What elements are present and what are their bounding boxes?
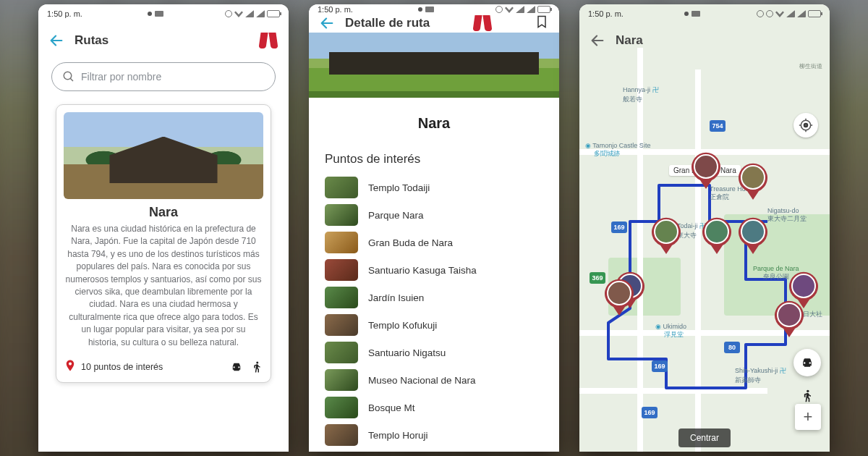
- map-photo-pin[interactable]: [650, 216, 683, 254]
- card-footer: 10 puntos de interés: [64, 359, 263, 375]
- poi-thumbnail: [325, 342, 358, 363]
- car-mode-button[interactable]: [793, 349, 821, 376]
- map-photo-pin[interactable]: [773, 300, 806, 337]
- alarm-icon: [225, 10, 232, 17]
- poi-thumbnail: [325, 259, 358, 281]
- status-bar: 1:50 p. m.: [579, 4, 830, 23]
- poi-item[interactable]: Templo Todaiji: [325, 177, 543, 198]
- status-left-icons: [684, 11, 700, 17]
- map-photo-pin[interactable]: [736, 162, 770, 200]
- wifi-icon: [775, 10, 784, 17]
- status-right-icons: [757, 10, 821, 17]
- map-canvas[interactable]: 柳生街道 Hannya-ji 卍 般若寺 ◉ Tamonjo Castle Si…: [579, 4, 830, 452]
- map-label-ukimido: ◉ Ukimido 浮見堂: [655, 323, 686, 339]
- route-card[interactable]: Nara Nara es una ciudad histórica en la …: [56, 104, 271, 383]
- poi-thumbnail: [325, 397, 358, 418]
- route-shield: 169: [611, 221, 627, 233]
- my-location-button[interactable]: [793, 113, 818, 138]
- screen-route-detail: 1:50 p. m. Detalle de ruta: [309, 4, 559, 452]
- app-bar: Rutas: [38, 23, 289, 58]
- logo-arch-icon: [472, 15, 493, 31]
- battery-icon: [537, 6, 550, 13]
- screen-routes: 1:50 p. m. Rutas Filtrar: [38, 4, 289, 452]
- dot-icon: [684, 12, 689, 16]
- route-shield: 169: [652, 360, 668, 372]
- poi-item[interactable]: Templo Kofukuji: [325, 314, 543, 336]
- poi-thumbnail: [325, 287, 358, 308]
- svg-point-1: [256, 361, 258, 363]
- signal-icon-2: [797, 10, 806, 17]
- card-hero-image: [64, 112, 263, 199]
- app-logo[interactable]: [472, 15, 493, 31]
- poi-item[interactable]: Parque Nara: [325, 204, 543, 226]
- youtube-icon: [155, 11, 163, 17]
- poi-item[interactable]: Gran Buda de Nara: [325, 232, 543, 253]
- poi-label: Santuario Kasuga Taisha: [368, 265, 477, 276]
- status-bar: 1:50 p. m.: [309, 4, 559, 14]
- route-shield: 169: [642, 407, 658, 418]
- map-label-nigatsu: Nigatsu-do東大寺二月堂: [767, 207, 807, 224]
- poi-item[interactable]: Museo Nacional de Nara: [325, 369, 543, 391]
- svg-point-20: [807, 390, 809, 392]
- alarm-icon: [495, 6, 503, 13]
- status-left-icons: [418, 7, 434, 12]
- poi-item[interactable]: Templo Horuji: [325, 424, 543, 446]
- status-left-icons: [148, 11, 163, 17]
- youtube-icon: [692, 11, 700, 17]
- center-button[interactable]: Centrar: [678, 428, 731, 447]
- poi-label: Museo Nacional de Nara: [368, 375, 476, 386]
- travel-mode-icons: [230, 360, 263, 373]
- map-photo-pin[interactable]: [689, 151, 723, 189]
- location-icon: [757, 10, 764, 17]
- map-photo-pin[interactable]: [736, 216, 770, 254]
- poi-thumbnail: [325, 424, 358, 446]
- poi-label: Bosque Mt: [368, 402, 415, 413]
- status-time: 1:50 p. m.: [588, 9, 624, 18]
- map-photo-pin[interactable]: [603, 278, 636, 316]
- poi-item[interactable]: Bosque Mt: [325, 397, 543, 418]
- status-time: 1:50 p. m.: [318, 5, 353, 14]
- poi-label: Templo Horuji: [368, 430, 428, 441]
- poi-label: Templo Todaiji: [368, 182, 430, 193]
- poi-label: Santuario Nigatsu: [368, 347, 446, 358]
- poi-label: Jardín Isuien: [368, 292, 424, 303]
- status-time: 1:50 p. m.: [47, 9, 82, 18]
- back-button[interactable]: [48, 33, 64, 48]
- page-title: Detalle de ruta: [345, 16, 430, 30]
- signal-icon: [516, 6, 524, 13]
- dot-icon: [418, 7, 422, 12]
- route-shield: 754: [710, 120, 726, 132]
- poi-thumbnail: [325, 177, 358, 198]
- map-label-hannya: Hannya-ji 卍 般若寺: [623, 85, 659, 104]
- route-banner-image: [309, 33, 559, 98]
- car-icon[interactable]: [230, 360, 243, 373]
- search-placeholder: Filtrar por nombre: [81, 71, 161, 83]
- poi-item[interactable]: Jardín Isuien: [325, 287, 543, 308]
- poi-list[interactable]: Templo TodaijiParque NaraGran Buda de Na…: [325, 177, 543, 446]
- back-button[interactable]: [590, 33, 605, 48]
- alarm-icon: [766, 10, 773, 17]
- bookmark-button[interactable]: [535, 14, 549, 32]
- map-photo-pin[interactable]: [700, 216, 733, 254]
- poi-label: Templo Kofukuji: [368, 320, 437, 331]
- poi-item[interactable]: Santuario Nigatsu: [325, 342, 543, 363]
- poi-section-title: Puntos de interés: [325, 152, 543, 166]
- location-pin-icon: [64, 359, 77, 375]
- status-right-icons: [495, 6, 550, 13]
- signal-icon-2: [527, 6, 535, 13]
- zoom-in-button[interactable]: +: [795, 404, 821, 430]
- app-logo[interactable]: [258, 33, 278, 48]
- signal-icon: [786, 10, 795, 17]
- search-input[interactable]: Filtrar por nombre: [51, 62, 276, 91]
- back-button[interactable]: [319, 15, 335, 31]
- poi-item[interactable]: Santuario Kasuga Taisha: [325, 259, 543, 281]
- poi-thumbnail: [325, 232, 358, 253]
- app-bar: Nara: [579, 23, 830, 58]
- battery-icon: [267, 10, 280, 17]
- page-title: Rutas: [75, 33, 109, 48]
- poi-count: 10 puntos de interés: [81, 362, 163, 372]
- screen-map: 柳生街道 Hannya-ji 卍 般若寺 ◉ Tamonjo Castle Si…: [579, 4, 830, 452]
- status-right-icons: [225, 10, 280, 17]
- walk-icon[interactable]: [250, 360, 263, 373]
- map-label-tamonjo: ◉ Tamonjo Castle Site 多聞城跡: [585, 142, 650, 159]
